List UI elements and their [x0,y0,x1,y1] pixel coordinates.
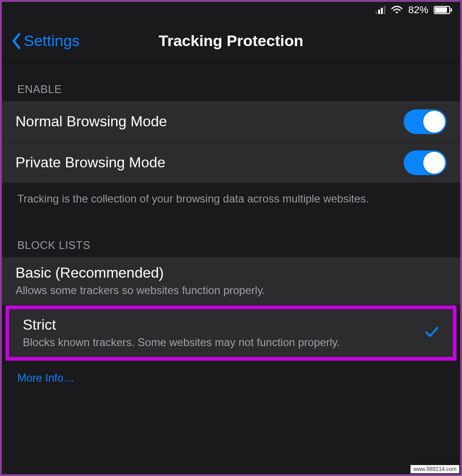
toggle-private-browsing[interactable] [404,150,447,175]
row-private-browsing: Private Browsing Mode [2,142,460,183]
watermark: www.989214.com [411,465,459,473]
section-header-enable: ENABLE [2,64,460,101]
page-title: Tracking Protection [159,32,303,50]
row-label: Private Browsing Mode [15,154,165,171]
section-header-blocklists: BLOCK LISTS [2,220,460,257]
row-basic[interactable]: Basic (Recommended) Allows some trackers… [2,257,460,305]
toggle-normal-browsing[interactable] [404,109,447,134]
cell-signal-icon [375,6,385,14]
row-title: Strict [23,316,340,333]
battery-icon [434,6,452,14]
status-bar: 82% [2,2,460,18]
section-footer-enable: Tracking is the collection of your brows… [2,183,460,220]
wifi-icon [391,5,403,15]
toggle-knob [423,152,445,174]
row-normal-browsing: Normal Browsing Mode [2,101,460,142]
row-subtitle: Blocks known trackers. Some websites may… [23,336,340,349]
back-button[interactable]: Settings [2,32,80,50]
battery-percent-label: 82% [408,4,428,16]
row-strict[interactable]: Strict Blocks known trackers. Some websi… [9,309,453,357]
more-info-link[interactable]: More Info… [2,361,460,395]
nav-header: Settings Tracking Protection [2,18,460,64]
chevron-left-icon [11,32,21,50]
toggle-knob [423,111,445,133]
row-title: Basic (Recommended) [15,264,265,281]
row-label: Normal Browsing Mode [15,113,167,130]
row-subtitle: Allows some trackers so websites functio… [15,284,265,297]
highlight-frame: Strict Blocks known trackers. Some websi… [5,305,457,361]
app-container: 82% Settings Tracking Protection ENABLE … [0,0,462,476]
checkmark-icon [425,326,439,340]
back-label: Settings [24,32,80,50]
